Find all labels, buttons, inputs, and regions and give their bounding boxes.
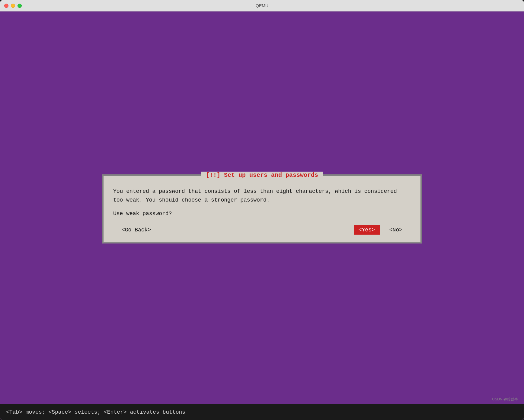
- status-text: <Tab> moves; <Space> selects; <Enter> ac…: [6, 409, 185, 415]
- dialog-wrapper: [!!] Set up users and passwords You ente…: [102, 174, 422, 243]
- status-bar: <Tab> moves; <Space> selects; <Enter> ac…: [0, 404, 524, 420]
- close-button[interactable]: [4, 4, 8, 8]
- traffic-lights: [4, 4, 22, 8]
- title-bar: QEMU: [0, 0, 524, 11]
- watermark: CSDN @拾點半: [492, 397, 518, 402]
- right-buttons: <Yes> <No>: [354, 225, 405, 234]
- qemu-screen: [!!] Set up users and passwords You ente…: [0, 11, 524, 420]
- dialog-title-line-right: [323, 175, 420, 175]
- dialog-message: You entered a password that consists of …: [113, 187, 411, 205]
- dialog-buttons: <Go Back> <Yes> <No>: [113, 225, 411, 234]
- window-frame: QEMU [!!] Set up users and passwords You…: [0, 0, 524, 420]
- go-back-button[interactable]: <Go Back>: [119, 225, 153, 234]
- yes-button[interactable]: <Yes>: [354, 225, 380, 234]
- dialog-content: You entered a password that consists of …: [104, 179, 420, 242]
- dialog-question: Use weak password?: [113, 210, 411, 216]
- dialog-message-line2: too weak. You should choose a stronger p…: [113, 197, 270, 203]
- maximize-button[interactable]: [18, 4, 22, 8]
- dialog-title-bar: [!!] Set up users and passwords: [104, 172, 420, 179]
- window-title: QEMU: [256, 3, 268, 8]
- dialog-title-line-left: [104, 175, 201, 175]
- no-button[interactable]: <No>: [387, 225, 405, 234]
- minimize-button[interactable]: [11, 4, 15, 8]
- dialog-message-line1: You entered a password that consists of …: [113, 188, 397, 194]
- dialog-box: [!!] Set up users and passwords You ente…: [103, 175, 421, 243]
- dialog-title: [!!] Set up users and passwords: [201, 172, 323, 179]
- dialog-container: [!!] Set up users and passwords You ente…: [102, 174, 422, 243]
